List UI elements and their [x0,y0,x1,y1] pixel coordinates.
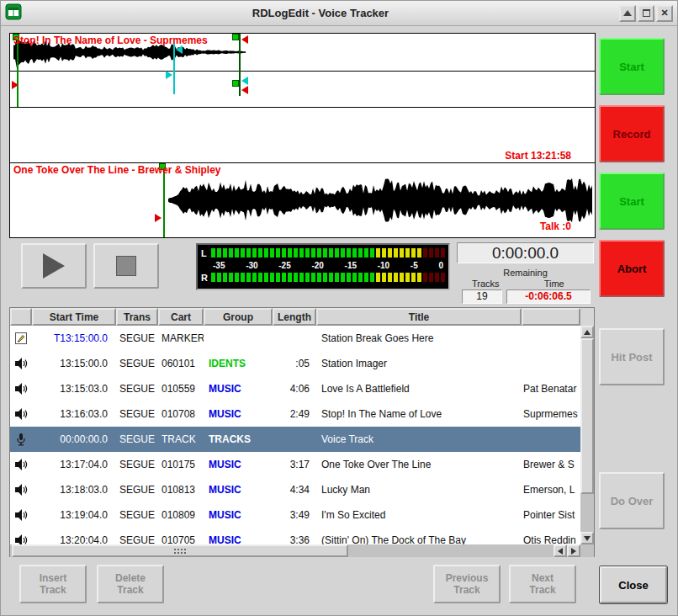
play-button[interactable] [21,243,87,289]
waveform-pane-voicetrack[interactable]: Start 13:21:58 [10,108,595,163]
track2-start-marker-arrow[interactable] [155,214,162,222]
fade-marker-handle-bottom[interactable] [166,71,172,79]
cell-cart: 010705 [158,534,204,544]
log-row[interactable]: 13:19:04.0SEGUE010809MUSIC3:49I'm So Exc… [10,502,580,528]
horizontal-scrollbar[interactable] [10,544,554,557]
scroll-down-button[interactable] [580,532,594,544]
meter-segment [417,273,421,282]
cell-cart: MARKER [158,332,204,344]
elapsed-time-display: 0:00:00.0 [457,242,594,263]
segue-marker-arrow-bottom[interactable] [241,86,248,94]
record-button[interactable]: Record [599,105,665,162]
cell-trans: SEGUE [116,358,158,369]
meter-scale-label: -15 [345,261,357,270]
meter-segment [400,273,404,282]
column-header-group[interactable]: Group [204,308,273,326]
log-row[interactable]: 13:18:03.0SEGUE010813MUSIC4:34Lucky ManE… [10,477,580,502]
next-track-button[interactable]: Next Track [509,565,576,603]
cell-start-time: 13:17:04.0 [32,459,116,470]
log-row[interactable]: 13:15:03.0SEGUE010559MUSIC4:06Love Is A … [10,376,580,401]
close-window-button[interactable]: ✕ [656,5,673,22]
track1-start-marker-arrow[interactable] [12,81,19,89]
log-row[interactable]: 00:00:00.0SEGUETRACKTRACKSVoice Track [10,427,580,452]
titlebar[interactable]: RDLogEdit - Voice Tracker ✕ [1,1,677,26]
segue-marker-handle-bottom[interactable] [232,80,239,87]
scroll-right-button[interactable] [567,544,580,557]
segue-marker-line[interactable] [239,34,241,96]
log-row[interactable]: 13:20:04.0SEGUE010705MUSIC3:36(Sittin' O… [10,528,580,544]
cell-cart: 010559 [158,383,204,395]
column-header-blank[interactable] [10,308,32,326]
column-header-start-time[interactable]: Start Time [32,308,116,326]
cell-length: 2:49 [273,408,316,420]
meter-segment [411,273,416,282]
column-header-trans[interactable]: Trans [116,308,158,326]
close-icon: ✕ [660,8,668,18]
column-header-blank[interactable] [522,308,580,326]
meter-segment [311,248,315,258]
insert-track-button[interactable]: Insert Track [19,565,87,603]
cell-start-time: 13:15:00.0 [32,358,116,369]
insert-track-label-line1: Insert [40,572,67,584]
fade-marker-line[interactable] [173,44,175,94]
meter-segment [241,248,245,258]
meter-segment [264,248,268,258]
waveform-pane-track2[interactable]: One Toke Over The Line - Brewer & Shiple… [10,163,595,237]
meter-segment [252,248,257,258]
meter-segment [435,273,439,282]
horizontal-scrollbar-thumb[interactable] [12,544,348,557]
close-button[interactable]: Close [600,566,667,603]
cell-group: MUSIC [204,534,273,544]
meter-segment [370,273,374,282]
column-header-cart[interactable]: Cart [158,308,204,326]
segue-marker-handle-top[interactable] [232,34,239,40]
fade-marker-handle-top[interactable] [176,45,183,54]
meter-segment [364,273,368,282]
meter-segment [235,248,239,258]
cell-group: MUSIC [204,408,273,420]
meter-segment [429,273,433,282]
stop-button[interactable] [93,243,159,289]
meter-segment [411,248,416,258]
meter-segment [305,248,310,258]
log-row[interactable]: 13:17:04.0SEGUE010175MUSIC3:17One Toke O… [10,452,580,477]
meter-segment [329,248,333,258]
meter-segment [276,248,280,258]
meter-segment [270,248,274,258]
shade-button[interactable] [619,5,636,22]
play-icon [43,253,65,279]
log-row[interactable]: 13:15:00.0SEGUE060101IDENTS:05Station Im… [10,351,580,376]
previous-track-button[interactable]: Previous Track [433,565,501,603]
cell-group: IDENTS [204,358,273,369]
log-row[interactable]: 13:16:03.0SEGUE010708MUSIC2:49Stop! In T… [10,401,580,427]
column-header-title[interactable]: Title [316,308,522,326]
start-track1-button[interactable]: Start [599,38,665,95]
column-header-length[interactable]: Length [273,308,316,326]
scroll-up-button[interactable] [580,326,594,338]
meter-right-segments [211,273,445,282]
meter-segment [288,248,292,258]
cell-title: Voice Track [316,433,522,445]
cell-title: Station Break Goes Here [316,332,522,344]
start-track2-button[interactable]: Start [599,173,665,230]
log-row[interactable]: T13:15:00.0SEGUEMARKERStation Break Goes… [10,326,580,351]
meter-segment [294,248,298,258]
waveform-pane-track1[interactable]: Stop! In The Name of Love - Suprmemes [10,34,595,108]
vertical-scrollbar-thumb[interactable] [580,338,594,494]
meter-segment [282,273,286,282]
meter-segment [364,248,368,258]
abort-button[interactable]: Abort [599,240,665,297]
hit-post-button[interactable]: Hit Post [599,328,665,385]
meter-segment [235,273,239,282]
delete-track-button[interactable]: Delete Track [97,565,164,603]
do-over-button[interactable]: Do Over [599,472,665,529]
segue-marker-arrow-top[interactable] [241,35,248,44]
meter-segment [252,273,257,282]
segue-marker-arrow-cyan[interactable] [241,77,248,85]
maximize-button[interactable] [638,5,654,22]
vertical-scrollbar-track[interactable] [580,338,594,532]
cell-start-time: 00:00:00.0 [32,433,116,445]
meter-segment [258,248,262,258]
vertical-scrollbar[interactable] [580,326,594,544]
scroll-left-button[interactable] [554,544,567,557]
